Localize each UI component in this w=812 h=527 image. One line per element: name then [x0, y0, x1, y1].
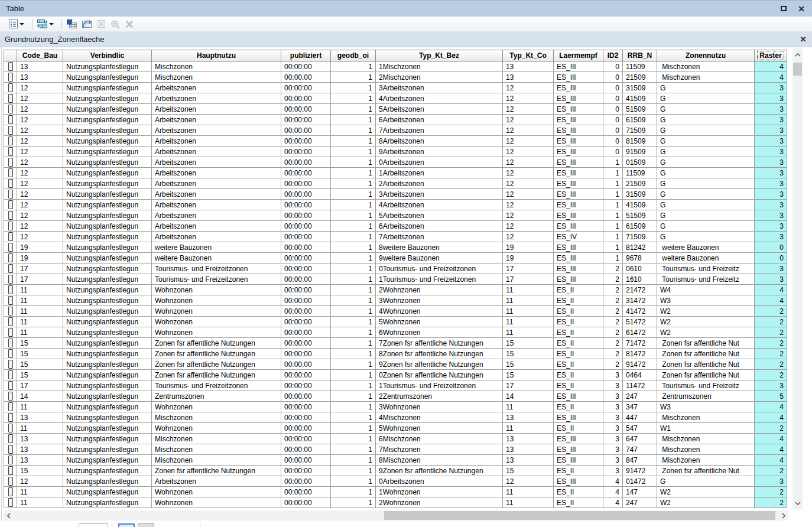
cell-ID2[interactable]: 0	[603, 83, 623, 93]
cell-publiziert[interactable]: 00:00:00	[281, 115, 331, 125]
cell-Zonennutzu[interactable]: Zonen fsr affentliche Nut	[657, 359, 755, 370]
cell-Typ_Kt_Bez[interactable]: 9weitere Bauzonen	[376, 253, 503, 264]
cell-Zonennutzu[interactable]: G	[657, 189, 755, 200]
cell-Typ_Kt_Co[interactable]: 12	[503, 476, 554, 487]
row-selector-box[interactable]	[8, 200, 13, 209]
column-header-Verbindlic[interactable]: Verbindlic	[63, 50, 152, 61]
cell-Typ_Kt_Co[interactable]: 12	[503, 189, 554, 200]
cell-Verbindlic[interactable]: Nutzungsplanfestlegun	[63, 136, 152, 147]
cell-geodb_oi[interactable]: 1	[331, 253, 376, 264]
cell-Typ_Kt_Co[interactable]: 11	[503, 295, 554, 306]
cell-Laermempf[interactable]: ES_III	[554, 168, 603, 178]
cell-ID2[interactable]: 1	[603, 232, 623, 242]
cell-publiziert[interactable]: 00:00:00	[281, 306, 331, 317]
row-selector[interactable]	[4, 93, 17, 104]
cell-Raster[interactable]: 2	[755, 423, 787, 434]
cell-Laermempf[interactable]: ES_III	[554, 444, 603, 455]
cell-geodb_oi[interactable]: 1	[331, 327, 376, 338]
cell-Zonennutzu[interactable]: G	[657, 200, 755, 210]
cell-Raster[interactable]: 3	[755, 380, 787, 391]
cell-publiziert[interactable]: 00:00:00	[281, 125, 331, 136]
cell-Verbindlic[interactable]: Nutzungsplanfestlegun	[63, 125, 152, 136]
row-selector-box[interactable]	[8, 94, 13, 103]
cell-Verbindlic[interactable]: Nutzungsplanfestlegun	[63, 253, 152, 264]
row-selector-box[interactable]	[8, 285, 13, 294]
cell-publiziert[interactable]: 00:00:00	[281, 412, 331, 423]
row-selector[interactable]	[4, 242, 17, 253]
cell-RRB_N[interactable]: 247	[623, 497, 657, 508]
cell-publiziert[interactable]: 00:00:00	[281, 466, 331, 476]
cell-Typ_Kt_Bez[interactable]: 8Zonen fsr affentliche Nutzungen	[376, 349, 503, 359]
row-selector[interactable]	[4, 466, 17, 476]
cell-Typ_Kt_Co[interactable]: 14	[503, 391, 554, 402]
cell-Typ_Kt_Bez[interactable]: 6Arbeitszonen	[376, 221, 503, 232]
cell-ID2[interactable]: 3	[603, 402, 623, 412]
cell-Typ_Kt_Bez[interactable]: 8Mischzonen	[376, 455, 503, 466]
cell-geodb_oi[interactable]: 1	[331, 476, 376, 487]
row-selector-box[interactable]	[8, 424, 13, 432]
row-selector[interactable]	[4, 210, 17, 221]
cell-Laermempf[interactable]: ES_II	[554, 349, 603, 359]
cell-Code_Bau[interactable]: 19	[17, 242, 63, 253]
cell-Zonennutzu[interactable]: Mischzonen	[657, 72, 755, 83]
row-selector[interactable]	[4, 423, 17, 434]
cell-Typ_Kt_Bez[interactable]: 4Arbeitszonen	[376, 200, 503, 210]
cell-Typ_Kt_Bez[interactable]: 6Mischzonen	[376, 434, 503, 444]
cell-Zonennutzu[interactable]: G	[657, 476, 755, 487]
cell-geodb_oi[interactable]: 1	[331, 349, 376, 359]
cell-Laermempf[interactable]: ES_III	[554, 136, 603, 147]
cell-Typ_Kt_Co[interactable]: 17	[503, 380, 554, 391]
cell-Verbindlic[interactable]: Nutzungsplanfestlegun	[63, 157, 152, 168]
cell-Code_Bau[interactable]: 11	[17, 497, 63, 508]
cell-RRB_N[interactable]: 31509	[623, 189, 657, 200]
cell-Zonennutzu[interactable]: G	[657, 104, 755, 115]
cell-Typ_Kt_Bez[interactable]: 1Mischzonen	[376, 61, 503, 72]
cell-geodb_oi[interactable]: 1	[331, 317, 376, 327]
row-selector[interactable]	[4, 189, 17, 200]
cell-Hauptnutzu[interactable]: Zonen fsr affentliche Nutzungen	[152, 349, 281, 359]
cell-Laermempf[interactable]: ES_III	[554, 434, 603, 444]
cell-Typ_Kt_Bez[interactable]: 7Arbeitszonen	[376, 232, 503, 242]
cell-RRB_N[interactable]: 21472	[623, 285, 657, 295]
cell-Typ_Kt_Co[interactable]: 11	[503, 285, 554, 295]
cell-Zonennutzu[interactable]: Mischzonen	[657, 412, 755, 423]
cell-Code_Bau[interactable]: 17	[17, 264, 63, 274]
cell-geodb_oi[interactable]: 1	[331, 157, 376, 168]
cell-publiziert[interactable]: 00:00:00	[281, 136, 331, 147]
cell-Raster[interactable]: 3	[755, 115, 787, 125]
cell-geodb_oi[interactable]: 1	[331, 221, 376, 232]
cell-Verbindlic[interactable]: Nutzungsplanfestlegun	[63, 380, 152, 391]
cell-RRB_N[interactable]: 21509	[623, 178, 657, 189]
cell-publiziert[interactable]: 00:00:00	[281, 455, 331, 466]
row-selector[interactable]	[4, 444, 17, 455]
column-header-Zonennutzu[interactable]: Zonennutzu	[657, 50, 755, 61]
cell-Typ_Kt_Bez[interactable]: 1Tourismus- und Freizeitzonen	[376, 274, 503, 285]
cell-Laermempf[interactable]: ES_II	[554, 338, 603, 349]
row-selector[interactable]	[4, 61, 17, 72]
cell-Code_Bau[interactable]: 12	[17, 93, 63, 104]
cell-Laermempf[interactable]: ES_II	[554, 466, 603, 476]
scroll-left-button[interactable]	[4, 510, 14, 521]
cell-Code_Bau[interactable]: 15	[17, 466, 63, 476]
cell-Zonennutzu[interactable]: Zentrumszonen	[657, 391, 755, 402]
cell-Verbindlic[interactable]: Nutzungsplanfestlegun	[63, 200, 152, 210]
cell-Code_Bau[interactable]: 11	[17, 327, 63, 338]
cell-Hauptnutzu[interactable]: Mischzonen	[152, 61, 281, 72]
cell-RRB_N[interactable]: 31472	[623, 295, 657, 306]
cell-Laermempf[interactable]: ES_III	[554, 93, 603, 104]
cell-Typ_Kt_Bez[interactable]: 9Arbeitszonen	[376, 147, 503, 157]
cell-Zonennutzu[interactable]: G	[657, 157, 755, 168]
cell-Verbindlic[interactable]: Nutzungsplanfestlegun	[63, 476, 152, 487]
cell-publiziert[interactable]: 00:00:00	[281, 370, 331, 380]
cell-Verbindlic[interactable]: Nutzungsplanfestlegun	[63, 317, 152, 327]
cell-geodb_oi[interactable]: 1	[331, 423, 376, 434]
cell-Raster[interactable]: 3	[755, 168, 787, 178]
cell-RRB_N[interactable]: 71472	[623, 338, 657, 349]
cell-Verbindlic[interactable]: Nutzungsplanfestlegun	[63, 264, 152, 274]
cell-ID2[interactable]: 2	[603, 359, 623, 370]
cell-publiziert[interactable]: 00:00:00	[281, 274, 331, 285]
row-selector[interactable]	[4, 380, 17, 391]
cell-Zonennutzu[interactable]: weitere Bauzonen	[657, 253, 755, 264]
cell-Code_Bau[interactable]: 12	[17, 178, 63, 189]
cell-Typ_Kt_Bez[interactable]: 0Arbeitszonen	[376, 157, 503, 168]
